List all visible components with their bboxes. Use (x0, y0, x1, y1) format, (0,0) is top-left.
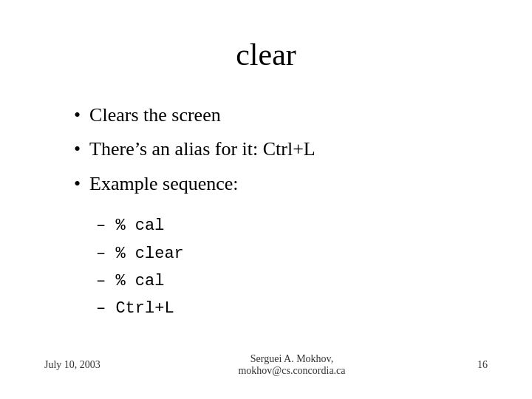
footer-page-number: 16 (466, 359, 488, 371)
bullet-icon: • (74, 171, 81, 197)
code-line-3: – % cal (96, 267, 488, 295)
footer-author-line2: mokhov@cs.concordia.ca (118, 365, 466, 377)
footer-author-line1: Serguei A. Mokhov, (118, 353, 466, 365)
footer-date: July 10, 2003 (44, 359, 118, 371)
code-block: – % cal – % clear – % cal – Ctrl+L (96, 212, 488, 323)
slide-title: clear (44, 37, 488, 72)
footer-author: Serguei A. Mokhov, mokhov@cs.concordia.c… (118, 353, 466, 377)
bullet-text-3: Example sequence: (89, 171, 238, 197)
bullet-icon: • (74, 102, 81, 129)
list-item: • Example sequence: (74, 171, 488, 197)
slide-footer: July 10, 2003 Serguei A. Mokhov, mokhov@… (44, 346, 488, 377)
bullet-icon: • (74, 136, 81, 163)
bullet-text-2: There’s an alias for it: Ctrl+L (89, 136, 316, 163)
code-line-1: – % cal (96, 212, 488, 239)
code-line-4: – Ctrl+L (96, 295, 488, 322)
list-item: • There’s an alias for it: Ctrl+L (74, 136, 488, 163)
bullet-text-1: Clears the screen (89, 102, 221, 129)
list-item: • Clears the screen (74, 102, 488, 129)
slide: clear • Clears the screen • There’s an a… (0, 0, 532, 399)
code-line-2: – % clear (96, 240, 488, 267)
bullet-list: • Clears the screen • There’s an alias f… (74, 102, 488, 197)
slide-content: • Clears the screen • There’s an alias f… (44, 102, 488, 346)
